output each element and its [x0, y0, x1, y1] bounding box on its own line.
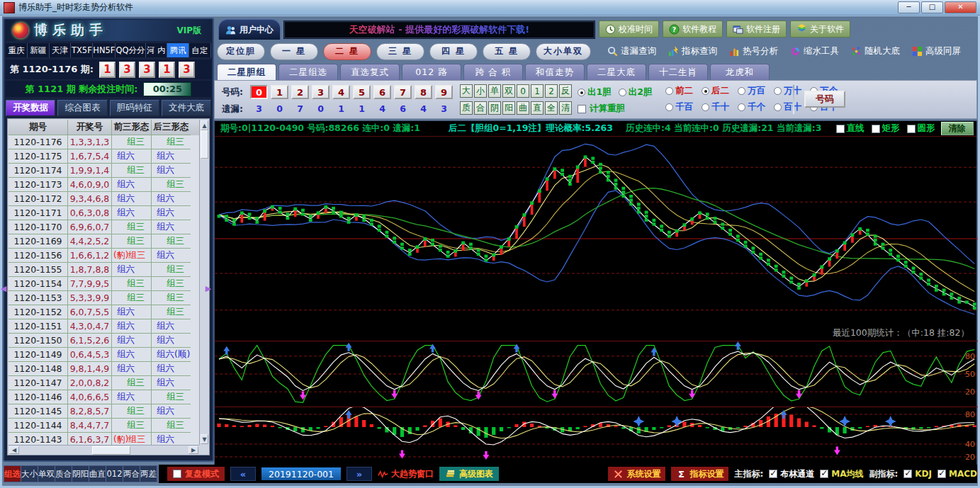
province-tab-1[interactable]: 新疆	[28, 43, 50, 57]
draw-tool-矩形[interactable]: 矩形	[872, 123, 900, 135]
kdj-toggle[interactable]: KDJ	[903, 469, 932, 479]
table-row[interactable]: 1120-11506,1,5,2,6组六组六	[9, 334, 199, 348]
attr-button-反[interactable]: 反	[559, 84, 572, 98]
chart-tab-6[interactable]: 二星大底	[587, 64, 646, 80]
attr-button-大[interactable]: 大	[460, 84, 473, 98]
system-settings-button[interactable]: 系统设置	[608, 467, 665, 481]
table-row[interactable]: 1120-11751,6,7,5,4组六组六	[9, 149, 199, 164]
bottom-left-tab-6[interactable]: 012	[106, 466, 123, 482]
table-row[interactable]: 1120-11694,4,2,5,2组三组三	[9, 234, 199, 249]
chart-tab-0[interactable]: 二星胆组	[217, 64, 276, 80]
draw-tool-checkbox[interactable]	[872, 125, 880, 133]
minimize-button[interactable]: ─	[898, 1, 920, 13]
province-tab-0[interactable]: 重庆	[6, 43, 28, 57]
macd-toggle[interactable]: MACD	[937, 469, 977, 479]
position-radio-千个[interactable]: 千个	[738, 101, 765, 113]
table-row[interactable]: 1120-11514,3,0,4,7组六组六	[9, 319, 199, 334]
chart-tab-3[interactable]: 012 路	[402, 64, 461, 80]
attr-button-清[interactable]: 清	[559, 101, 572, 115]
attr-button-质[interactable]: 质	[460, 101, 473, 115]
trend-window-button[interactable]: 大趋势窗口	[378, 468, 434, 480]
province-tab-3[interactable]: TX5F	[71, 43, 93, 57]
position-radio-千百[interactable]: 千百	[665, 101, 693, 113]
radio-icon[interactable]	[738, 103, 745, 111]
horizontal-scroll-thumb[interactable]	[92, 446, 130, 455]
tool-button-5[interactable]: 高级同屏	[908, 43, 964, 60]
position-radio-万百[interactable]: 万百	[738, 85, 765, 97]
table-row[interactable]: 1120-11734,6,0,9,0组六组三	[9, 178, 199, 192]
draw-tool-直线[interactable]: 直线	[836, 123, 864, 135]
position-radio-万十[interactable]: 万十	[774, 85, 801, 97]
draw-tool-checkbox[interactable]	[836, 125, 845, 133]
trend-candle-chart[interactable]	[215, 137, 978, 341]
table-row[interactable]: 1120-11729,3,4,6,8组六组六	[9, 192, 199, 206]
position-radio-百十[interactable]: 百十	[774, 101, 801, 113]
attr-button-双[interactable]: 双	[502, 84, 515, 98]
table-row[interactable]: 1120-11490,6,4,5,3组六组六(顺)	[9, 348, 199, 362]
star-tab-6[interactable]: 大小单双	[536, 43, 591, 60]
header-button-2[interactable]: 软件注册	[726, 21, 787, 38]
tool-button-3[interactable]: 缩水工具	[787, 43, 843, 60]
indicator-settings-button[interactable]: Σ 指标设置	[671, 467, 728, 481]
attr-button-1[interactable]: 1	[531, 84, 543, 98]
number-button-5[interactable]: 5	[353, 85, 371, 99]
replay-checkbox[interactable]	[173, 470, 181, 478]
collapse-right-handle[interactable]: ▶	[205, 278, 212, 299]
province-tab-6[interactable]: 河 内	[146, 43, 168, 57]
scroll-up-icon[interactable]: ▲	[201, 120, 208, 130]
bottom-left-tab-7[interactable]: 两合	[123, 466, 140, 482]
star-tab-3[interactable]: 三 星	[376, 43, 424, 60]
position-radio-前二[interactable]: 前二	[665, 85, 693, 97]
tool-button-2[interactable]: 热号分析	[726, 43, 782, 60]
province-tab-7[interactable]: 腾讯	[167, 43, 189, 57]
table-row[interactable]: 1120-11706,9,6,0,7组三组六	[9, 220, 199, 234]
vertical-scroll-thumb[interactable]	[201, 130, 208, 159]
province-tab-8[interactable]: 自定	[189, 43, 211, 57]
advanced-chart-button[interactable]: 高级图表	[439, 467, 499, 481]
attr-button-单[interactable]: 单	[488, 84, 501, 98]
number-button-1[interactable]: 1	[271, 85, 288, 99]
bottom-left-tab-3[interactable]: 质合	[55, 466, 72, 482]
repeat-dan-checkbox[interactable]: 计算重胆	[578, 103, 625, 115]
attr-button-曲[interactable]: 曲	[517, 101, 529, 115]
table-row[interactable]: 1120-11547,7,9,9,5组三组三	[9, 277, 199, 291]
table-row[interactable]: 1120-11741,9,9,1,4组三组六	[9, 164, 199, 178]
collapse-left-handle[interactable]: ◀	[0, 278, 7, 299]
tool-button-0[interactable]: 遗漏查询	[604, 43, 660, 60]
maximize-button[interactable]: □	[921, 1, 943, 13]
draw-tool-checkbox[interactable]	[907, 125, 916, 133]
header-button-1[interactable]: ?软件教程	[663, 21, 723, 38]
province-tab-2[interactable]: 天津	[50, 43, 72, 57]
number-button-6[interactable]: 6	[373, 85, 391, 99]
left-tab-1[interactable]: 综合图表	[57, 100, 107, 116]
radio-icon[interactable]	[774, 87, 782, 95]
draw-tool-圆形[interactable]: 圆形	[907, 123, 935, 135]
header-button-3[interactable]: 关于软件	[790, 21, 850, 38]
replay-mode-toggle[interactable]: 复盘模式	[167, 467, 225, 481]
radio-icon[interactable]	[738, 87, 745, 95]
chart-tab-7[interactable]: 十二生肖	[648, 64, 708, 80]
numbers-apply-button[interactable]: 号码	[804, 91, 845, 108]
bottom-left-tab-2[interactable]: 单双	[38, 466, 55, 482]
table-row[interactable]: 1120-11458,2,8,5,7组三组六	[9, 404, 199, 419]
chart-tab-8[interactable]: 龙虎和	[710, 64, 770, 80]
number-button-8[interactable]: 8	[415, 85, 432, 99]
repeat-dan-box[interactable]	[578, 105, 586, 113]
scroll-down-icon[interactable]: ▼	[201, 434, 208, 444]
table-row[interactable]: 1120-11551,8,7,8,8组六组三	[9, 263, 199, 277]
table-row[interactable]: 1120-11761,3,3,1,3组三组三	[9, 135, 199, 149]
number-button-9[interactable]: 9	[435, 85, 453, 99]
left-tab-2[interactable]: 胆码特征	[110, 100, 159, 116]
radio-icon[interactable]	[665, 103, 673, 111]
table-row[interactable]: 1120-11489,8,1,4,9组六组六	[9, 362, 199, 376]
attr-button-全[interactable]: 全	[545, 101, 558, 115]
bottom-left-tab-5[interactable]: 曲直	[89, 466, 106, 482]
bottom-left-tab-4[interactable]: 阴阳	[72, 466, 89, 482]
header-button-0[interactable]: 校准时间	[599, 21, 659, 38]
province-tab-4[interactable]: HN5F	[93, 43, 116, 57]
number-button-2[interactable]: 2	[291, 85, 309, 99]
radio-icon[interactable]	[702, 87, 709, 95]
number-button-3[interactable]: 3	[312, 85, 330, 99]
tool-button-4[interactable]: 随机大底	[847, 43, 903, 60]
attr-button-直[interactable]: 直	[531, 101, 543, 115]
